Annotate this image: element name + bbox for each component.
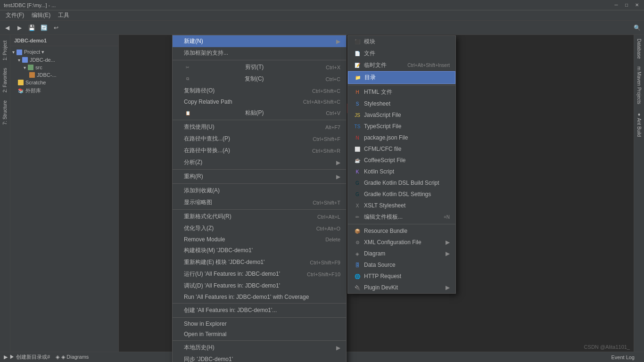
submenu-gradle-build[interactable]: G Gradle Kotlin DSL Build Script: [348, 177, 455, 189]
menu-new[interactable]: 新建(N) ▶: [173, 35, 346, 47]
menu-rebuild-module-label: 重新构建(E) 模块 'JDBC-demo1': [184, 258, 264, 266]
submenu-coffeescript[interactable]: ☕ CoffeeScript File: [348, 155, 455, 166]
submenu-gradle-settings-label: Gradle Kotlin DSL Settings: [364, 191, 431, 197]
submenu-plugin-devkit[interactable]: 🔌 Plugin DevKit ▶: [348, 282, 455, 293]
menu-show-explorer[interactable]: Show in Explorer: [173, 319, 346, 329]
menu-replace-in-path[interactable]: 在路径中替换...(A) Ctrl+Shift+R: [173, 145, 346, 156]
minimize-button[interactable]: ─: [613, 2, 619, 8]
menu-debug[interactable]: 调试(D) 'All Features in: JDBC-demo1': [173, 280, 346, 292]
bottom-diagrams[interactable]: ◈ ◈ Diagrams: [56, 354, 89, 360]
menu-analyze[interactable]: 分析(Z) ▶: [173, 156, 346, 168]
menu-reformat-shortcut: Ctrl+Alt+L: [317, 214, 340, 220]
tree-jdbc-demo1[interactable]: ▾ JDBC-de...: [10, 56, 118, 64]
submenu-kotlin-script[interactable]: K Kotlin Script: [348, 166, 455, 177]
separator-7: [173, 317, 346, 318]
menu-reformat[interactable]: 重新格式化代码(R) Ctrl+Alt+L: [173, 211, 346, 222]
maven-tab[interactable]: m Maven Projects: [636, 63, 643, 108]
menu-run-coverage[interactable]: Run 'All Features in: JDBC-demo1' with C…: [173, 292, 346, 302]
menubar-file[interactable]: 文件(F): [2, 10, 28, 20]
tree-project-nav-label: Project ▾: [24, 49, 44, 55]
menu-sync-label: 同步 'JDBC-demo1': [184, 355, 233, 362]
submenu-html[interactable]: H HTML 文件: [348, 86, 455, 98]
menu-refactor[interactable]: 重构(R) ▶: [173, 171, 346, 182]
submenu-xslt[interactable]: X XSLT Stylesheet: [348, 200, 455, 211]
create-dir-label: ▶ 创建新目录或#: [9, 354, 50, 361]
menu-build-module[interactable]: 构建模块(M) 'JDBC-demo1': [173, 245, 346, 256]
menu-copy-relative-path[interactable]: Copy Relative Path Ctrl+Alt+Shift+C: [173, 97, 346, 107]
submenu-xslt-label: XSLT Stylesheet: [364, 202, 405, 209]
menu-find-in-path-label: 在路径中查找...(P): [184, 135, 230, 143]
submenu-gradle-settings[interactable]: G Gradle Kotlin DSL Settings: [348, 189, 455, 200]
submenu-edit-templates-label: 编辑文件模板...: [364, 213, 403, 221]
menu-paste-shortcut: Ctrl+V: [326, 110, 340, 116]
bottom-create-dir[interactable]: ▶ ▶ 创建新目录或#: [4, 354, 50, 361]
menu-optimize-imports[interactable]: 优化导入(Z) Ctrl+Alt+O: [173, 222, 346, 234]
menu-cut[interactable]: ✂ 剪切(T) Ctrl+X: [173, 61, 346, 73]
submenu-diagram[interactable]: ◈ Diagram ▶: [348, 248, 455, 259]
menu-show-thumbnail[interactable]: 显示缩略图 Ctrl+Shift+T: [173, 197, 346, 208]
tree-src[interactable]: ▾ src: [10, 64, 118, 71]
submenu-temp-file[interactable]: 📝 临时文件 Ctrl+Alt+Shift+Insert: [348, 59, 455, 71]
submenu-js-file-label: JavaScript File: [364, 112, 401, 118]
menu-add-framework[interactable]: 添加框架的支持...: [173, 47, 346, 59]
submenu-data-source[interactable]: 🗄 Data Source: [348, 259, 455, 271]
submenu-data-source-label: Data Source: [364, 262, 396, 268]
menu-add-favorites[interactable]: 添加到收藏(A): [173, 185, 346, 197]
toolbar-forward[interactable]: ▶: [14, 23, 25, 33]
menubar-edit[interactable]: 编辑(E): [28, 10, 54, 20]
database-tab[interactable]: Database: [636, 35, 643, 63]
menu-sync[interactable]: 同步 'JDBC-demo1': [173, 354, 346, 362]
menu-run[interactable]: 运行(U) 'All Features in: JDBC-demo1' Ctrl…: [173, 268, 346, 280]
menu-rebuild-module[interactable]: 重新构建(E) 模块 'JDBC-demo1' Ctrl+Shift+F9: [173, 256, 346, 268]
css-icon: S: [354, 100, 361, 107]
create-dir-icon: ▶: [4, 354, 8, 360]
menu-find-usages[interactable]: 查找使用(U) Alt+F7: [173, 121, 346, 133]
close-button[interactable]: ✕: [634, 2, 640, 8]
submenu-xml-config[interactable]: ⚙ XML Configuration File ▶: [348, 237, 455, 248]
submenu-js-file[interactable]: JS JavaScript File: [348, 109, 455, 121]
tree-external-libs[interactable]: 📚 外部库: [10, 86, 118, 95]
menu-paste[interactable]: 📋 粘贴(P) Ctrl+V: [173, 107, 346, 119]
submenu-stylesheet[interactable]: S Stylesheet: [348, 98, 455, 109]
submenu-cfml[interactable]: ⬜ CFML/CFC file: [348, 143, 455, 155]
ant-tab[interactable]: ♦ Ant Build: [636, 108, 643, 140]
search-everywhere-button[interactable]: 🔍: [632, 23, 642, 33]
menu-open-terminal[interactable]: Open in Terminal: [173, 329, 346, 339]
menu-find-in-path[interactable]: 在路径中查找...(P) Ctrl+Shift+F: [173, 133, 346, 145]
menu-remove-module[interactable]: Remove Module Delete: [173, 234, 346, 245]
submenu-module[interactable]: ⬛ 模块: [348, 36, 455, 48]
event-log[interactable]: Event Log: [611, 354, 635, 360]
submenu-directory[interactable]: 📁 目录: [348, 71, 455, 84]
maximize-button[interactable]: □: [623, 2, 630, 8]
menu-copy[interactable]: ⧉ 复制(C) Ctrl+C: [173, 73, 346, 85]
toolbar-save[interactable]: 💾: [26, 23, 37, 33]
submenu-http-request[interactable]: 🌐 HTTP Request: [348, 271, 455, 282]
sidebar-project-tab[interactable]: 1: Project: [1, 37, 8, 64]
sidebar-favorites-tab[interactable]: 2: Favorites: [1, 64, 8, 96]
submenu-resource-bundle[interactable]: 📦 Resource Bundle: [348, 225, 455, 237]
menubar: 文件(F) 编辑(E) 工具: [0, 10, 644, 21]
tree-scratche[interactable]: Scratche: [10, 79, 118, 86]
cut-icon: ✂: [184, 64, 191, 71]
tree-jdbc-demo1-label: JDBC-de...: [30, 57, 55, 63]
toolbar-back[interactable]: ◀: [2, 23, 12, 33]
submenu-separator-1: [348, 85, 455, 85]
submenu-file[interactable]: 📄 文件: [348, 48, 455, 59]
submenu-new: ⬛ 模块 📄 文件 📝 临时文件 Ctrl+Alt+Shift+Insert 📁…: [347, 35, 456, 294]
submenu-ts-file[interactable]: TS TypeScript File: [348, 121, 455, 132]
menu-copy-path[interactable]: 复制路径(O) Ctrl+Shift+C: [173, 85, 346, 97]
menubar-tools[interactable]: 工具: [54, 10, 73, 20]
submenu-package-json[interactable]: N package.json File: [348, 132, 455, 143]
toolbar-sync[interactable]: 🔄: [39, 23, 49, 33]
sidebar-structure-tab[interactable]: 7: Structure: [1, 97, 8, 129]
menu-local-history[interactable]: 本地历史(H) ▶: [173, 342, 346, 354]
toolbar-undo[interactable]: ↩: [51, 23, 61, 33]
tree-java-file[interactable]: JDBC-...: [10, 71, 118, 79]
module-icon: ⬛: [354, 38, 361, 46]
menu-copy-relative-path-shortcut: Ctrl+Alt+Shift+C: [303, 99, 340, 105]
menu-create[interactable]: 创建 'All Features in: JDBC-demo1'...: [173, 304, 346, 316]
menu-replace-in-path-label: 在路径中替换...(A): [184, 147, 230, 155]
submenu-edit-templates[interactable]: ✏ 编辑文件模板... +N: [348, 211, 455, 223]
tree-project-nav[interactable]: ▾ Project ▾: [10, 48, 118, 56]
toolbar: ◀ ▶ 💾 🔄 ↩ 🔍: [0, 21, 644, 35]
